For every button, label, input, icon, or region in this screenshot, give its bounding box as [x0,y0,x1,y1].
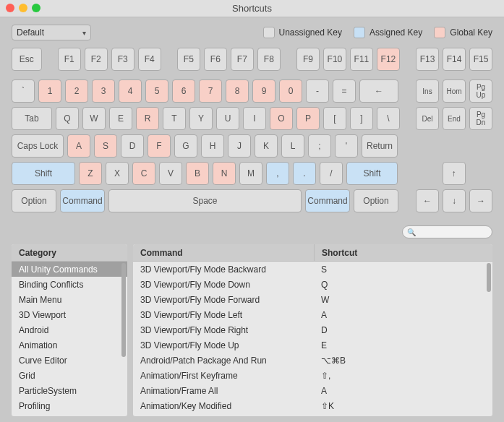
key-h[interactable]: H [201,134,224,158]
category-item[interactable]: Main Menu [12,292,127,307]
key-f[interactable]: F [148,134,171,158]
key-f14[interactable]: F14 [443,48,466,71]
key-loption[interactable]: Option [12,189,56,212]
key-l[interactable]: L [281,134,304,158]
category-scrollbar[interactable] [121,263,126,415]
search-input[interactable]: 🔍 [402,225,492,238]
key-rshift[interactable]: Shift [346,162,398,185]
category-item[interactable]: Curve Editor [12,353,127,368]
key-slash[interactable]: / [320,162,343,185]
key-comma[interactable]: , [266,162,289,185]
key-f9[interactable]: F9 [296,48,320,71]
key-lcommand[interactable]: Command [60,189,105,212]
key-y[interactable]: Y [189,107,213,130]
key-space[interactable]: Space [108,189,302,212]
category-item[interactable]: All Unity Commands [12,262,127,277]
key-9[interactable]: 9 [252,79,276,103]
close-window-button[interactable] [6,4,14,12]
command-row[interactable]: 3D Viewport/Fly Mode LeftA [133,307,492,322]
key-f6[interactable]: F6 [204,48,227,71]
key-d[interactable]: D [121,134,144,158]
key-f5[interactable]: F5 [177,48,200,71]
key-capslock[interactable]: Caps Lock [12,134,64,158]
command-row[interactable]: 3D Viewport/Fly Mode DownQ [133,277,492,292]
command-row[interactable]: Animation/Key SelectedK [133,413,492,416]
category-item[interactable]: Android [12,322,127,337]
category-item[interactable]: Binding Conflicts [12,277,127,292]
key-f1[interactable]: F1 [58,48,81,71]
key-t[interactable]: T [163,107,186,130]
key-z[interactable]: Z [79,162,102,185]
category-item[interactable]: Grid [12,368,127,383]
key-c[interactable]: C [132,162,155,185]
key-4[interactable]: 4 [119,79,142,103]
command-row[interactable]: 3D Viewport/Fly Mode RightD [133,322,492,337]
key-del[interactable]: Del [416,107,439,130]
zoom-window-button[interactable] [32,4,40,12]
key-n[interactable]: N [213,162,236,185]
key-ins[interactable]: Ins [416,79,439,103]
key-7[interactable]: 7 [199,79,222,103]
key-x[interactable]: X [106,162,129,185]
key-backspace[interactable]: ← [359,79,398,103]
key-3[interactable]: 3 [92,79,115,103]
key-equal[interactable]: = [333,79,356,103]
key-lbracket[interactable]: [ [323,107,346,130]
key-left[interactable]: ← [416,189,439,212]
category-item[interactable]: 3D Viewport [12,307,127,322]
key-f4[interactable]: F4 [138,48,161,71]
command-row[interactable]: 3D Viewport/Fly Mode BackwardS [133,262,492,277]
key-roption[interactable]: Option [354,189,398,212]
command-row[interactable]: 3D Viewport/Fly Mode ForwardW [133,292,492,307]
key-5[interactable]: 5 [145,79,168,103]
key-rcommand[interactable]: Command [305,189,350,212]
command-scrollbar[interactable] [487,263,491,415]
key-q[interactable]: Q [56,107,79,130]
key-quote[interactable]: ' [335,134,358,158]
key-f8[interactable]: F8 [257,48,281,71]
key-o[interactable]: O [270,107,293,130]
key-backslash[interactable]: \ [377,107,400,130]
key-minus[interactable]: - [306,79,329,103]
key-m[interactable]: M [239,162,262,185]
key-tab[interactable]: Tab [12,107,52,130]
key-backtick[interactable]: ` [12,79,35,103]
key-s[interactable]: S [94,134,117,158]
key-f7[interactable]: F7 [231,48,254,71]
key-semicolon[interactable]: ; [308,134,331,158]
category-item[interactable]: ParticleSystem [12,383,127,398]
key-e[interactable]: E [109,107,132,130]
key-v[interactable]: V [159,162,182,185]
key-right[interactable]: → [469,189,492,212]
key-6[interactable]: 6 [172,79,195,103]
key-return[interactable]: Return [362,134,398,158]
key-k[interactable]: K [255,134,278,158]
key-a[interactable]: A [67,134,90,158]
key-i[interactable]: I [243,107,266,130]
key-down[interactable]: ↓ [443,189,466,212]
category-item[interactable]: Animation [12,337,127,353]
key-p[interactable]: P [296,107,320,130]
key-1[interactable]: 1 [38,79,61,103]
key-pgup[interactable]: Pg Up [469,79,492,103]
key-f11[interactable]: F11 [350,48,373,71]
key-0[interactable]: 0 [279,79,302,103]
command-row[interactable]: Android/Patch Package And Run⌥⌘B [133,353,492,368]
key-esc[interactable]: Esc [12,48,42,71]
command-row[interactable]: Animation/Frame AllA [133,383,492,398]
category-item[interactable]: Profiling [12,398,127,413]
key-f2[interactable]: F2 [85,48,108,71]
key-8[interactable]: 8 [226,79,249,103]
key-2[interactable]: 2 [65,79,88,103]
key-f15[interactable]: F15 [469,48,492,71]
key-end[interactable]: End [443,107,466,130]
key-b[interactable]: B [186,162,209,185]
key-rbracket[interactable]: ] [350,107,373,130]
command-row[interactable]: Animation/Key Modified⇧K [133,398,492,413]
key-f12[interactable]: F12 [377,48,400,71]
command-row[interactable]: 3D Viewport/Fly Mode UpE [133,337,492,353]
key-f10[interactable]: F10 [323,48,346,71]
minimize-window-button[interactable] [19,4,27,12]
command-row[interactable]: Animation/First Keyframe⇧, [133,368,492,383]
profile-dropdown[interactable]: Default ▾ [12,25,91,40]
